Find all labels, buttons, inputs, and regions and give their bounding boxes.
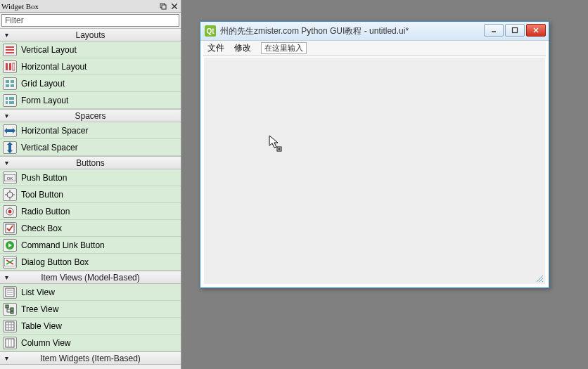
item-column-view[interactable]: Column View: [0, 335, 181, 351]
horizontal-layout-icon: [3, 60, 17, 73]
section-label: Item Views (Model-Based): [0, 273, 181, 283]
svg-rect-15: [9, 97, 14, 100]
item-label: Table View: [21, 321, 62, 331]
panel-title: Widget Box: [1, 2, 157, 11]
table-view-icon: [3, 320, 17, 332]
vertical-layout-icon: [3, 44, 17, 56]
section-label: Item Widgets (Item-Based): [0, 354, 181, 363]
radio-button-icon: [3, 205, 17, 218]
command-link-icon: [3, 239, 17, 252]
undock-icon[interactable]: [158, 1, 168, 11]
item-horizontal-layout[interactable]: Horizontal Layout: [0, 58, 181, 75]
item-table-view[interactable]: Table View: [0, 318, 181, 335]
svg-rect-5: [6, 49, 14, 51]
widget-box-panel: Widget Box Filter ▾ Layouts Vertical Lay…: [0, 0, 181, 369]
dialog-button-box-icon: [3, 256, 17, 268]
panel-titlebar: Widget Box: [0, 0, 181, 13]
svg-rect-7: [6, 63, 8, 70]
svg-rect-10: [6, 80, 9, 83]
svg-rect-39: [6, 322, 14, 330]
svg-rect-11: [11, 80, 14, 83]
item-grid-layout[interactable]: Grid Layout: [0, 75, 181, 92]
item-horizontal-spacer[interactable]: Horizontal Spacer: [0, 122, 181, 139]
item-tree-view[interactable]: Tree View: [0, 301, 181, 318]
item-label: Radio Button: [21, 207, 70, 216]
check-box-icon: [3, 222, 17, 235]
filter-input[interactable]: Filter: [1, 14, 179, 27]
grid-layout-icon: [3, 77, 17, 90]
filter-placeholder: Filter: [5, 15, 24, 25]
list-view-icon: [3, 286, 17, 299]
window-titlebar[interactable]: Qt 州的先生zmister.com Python GUI教程 - untitl…: [200, 22, 549, 41]
item-radio-button[interactable]: Radio Button: [0, 203, 181, 220]
maximize-button[interactable]: [505, 24, 525, 37]
svg-rect-14: [6, 97, 8, 100]
item-tool-button[interactable]: Tool Button: [0, 186, 181, 203]
push-button-icon: OK: [3, 171, 17, 184]
svg-rect-51: [277, 147, 281, 151]
svg-rect-4: [6, 46, 14, 48]
layouts-items: Vertical Layout Horizontal Layout Grid L…: [0, 41, 181, 109]
svg-point-26: [8, 209, 12, 213]
menu-edit[interactable]: 修改: [234, 42, 251, 54]
spacers-items: Horizontal Spacer Vertical Spacer: [0, 122, 181, 156]
section-label: Layouts: [0, 30, 181, 40]
section-header-item-views[interactable]: ▾ Item Views (Model-Based): [0, 271, 181, 284]
item-push-button[interactable]: OK Push Button: [0, 169, 181, 186]
item-vertical-spacer[interactable]: Vertical Spacer: [0, 139, 181, 156]
section-header-spacers[interactable]: ▾ Spacers: [0, 109, 181, 122]
item-label: Form Layout: [21, 96, 68, 105]
svg-rect-8: [9, 63, 11, 70]
close-panel-icon[interactable]: [170, 1, 179, 11]
item-label: Dialog Button Box: [21, 257, 89, 267]
menu-type-here[interactable]: 在这里输入: [261, 42, 307, 54]
item-command-link-button[interactable]: Command Link Button: [0, 237, 181, 254]
item-list-view[interactable]: List View: [0, 284, 181, 301]
menu-file[interactable]: 文件: [207, 42, 224, 54]
item-label: Check Box: [21, 224, 62, 233]
designer-window[interactable]: Qt 州的先生zmister.com Python GUI教程 - untitl…: [200, 21, 549, 288]
svg-rect-9: [13, 63, 15, 70]
tool-button-icon: [3, 188, 17, 201]
qt-app-icon: Qt: [205, 25, 216, 37]
section-header-item-widgets[interactable]: ▾ Item Widgets (Item-Based): [0, 351, 181, 365]
svg-rect-48: [513, 28, 518, 33]
item-check-box[interactable]: Check Box: [0, 220, 181, 237]
item-label: Grid Layout: [21, 79, 65, 89]
section-header-layouts[interactable]: ▾ Layouts: [0, 28, 181, 41]
vertical-spacer-icon: [3, 141, 17, 154]
item-label: Tree View: [21, 304, 58, 314]
window-title: 州的先生zmister.com Python GUI教程 - untitled.…: [220, 25, 484, 37]
item-label: Horizontal Layout: [21, 62, 87, 72]
svg-rect-12: [6, 84, 9, 87]
section-label: Buttons: [0, 158, 181, 168]
section-header-buttons[interactable]: ▾ Buttons: [0, 156, 181, 169]
minimize-button[interactable]: [484, 24, 504, 37]
svg-rect-13: [11, 84, 14, 87]
resize-handle-icon[interactable]: [535, 274, 544, 283]
item-views-items: List View Tree View Table View Column Vi…: [0, 284, 181, 351]
menubar: 文件 修改 在这里输入: [203, 41, 546, 56]
close-button[interactable]: [526, 24, 546, 37]
form-canvas[interactable]: [204, 58, 545, 284]
column-view-icon: [3, 337, 17, 349]
svg-line-56: [542, 281, 543, 282]
svg-rect-44: [6, 339, 14, 347]
section-label: Spacers: [0, 111, 181, 121]
item-dialog-button-box[interactable]: Dialog Button Box: [0, 254, 181, 271]
svg-text:OK: OK: [7, 176, 13, 181]
item-label: Vertical Spacer: [21, 143, 78, 153]
item-label: Horizontal Spacer: [21, 126, 88, 136]
buttons-items: OK Push Button Tool Button Radio Button …: [0, 169, 181, 271]
svg-point-20: [7, 192, 13, 198]
svg-rect-38: [11, 311, 13, 313]
item-vertical-layout[interactable]: Vertical Layout: [0, 41, 181, 58]
svg-rect-17: [9, 101, 14, 104]
tree-view-icon: [3, 303, 17, 316]
form-layout-icon: [3, 94, 17, 107]
svg-rect-16: [6, 101, 8, 104]
item-form-layout[interactable]: Form Layout: [0, 92, 181, 109]
svg-rect-37: [11, 308, 13, 311]
svg-rect-36: [6, 305, 8, 308]
item-label: Tool Button: [21, 190, 63, 200]
